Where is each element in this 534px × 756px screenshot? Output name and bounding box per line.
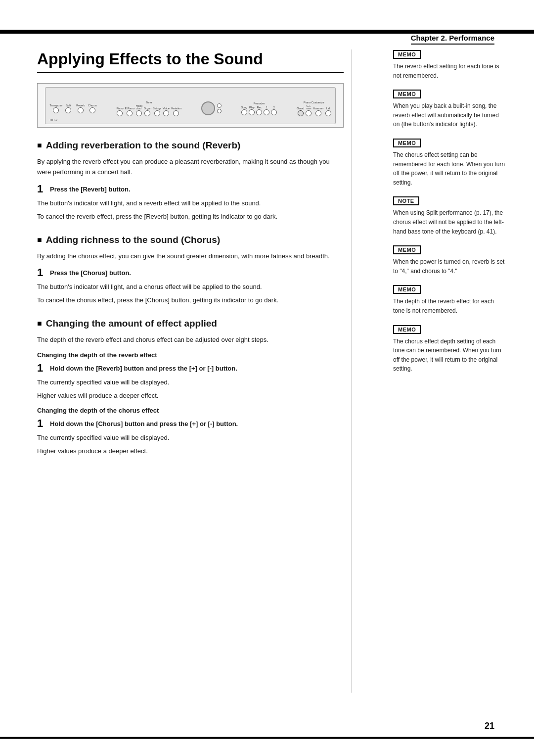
step-number: 1 xyxy=(37,418,46,429)
chapter-underline xyxy=(411,44,494,45)
memo-5: MEMO The depth of the reverb effect for … xyxy=(393,284,507,315)
reverb-desc-1: The button's indicator will light, and a… xyxy=(37,198,344,209)
note-1: NOTE When using Split performance (p. 17… xyxy=(393,196,507,236)
chorus-depth-step: 1 Hold down the [Chorus] button and pres… xyxy=(37,418,344,429)
reverb-section: Adding reverberation to the sound (Rever… xyxy=(37,140,344,222)
step-instruction: Press the [Chorus] button. xyxy=(50,267,131,278)
main-content: Applying Effects to the Sound Transpose … xyxy=(37,49,344,469)
memo-1: MEMO The reverb effect setting for each … xyxy=(393,49,507,80)
page-title: Applying Effects to the Sound xyxy=(37,49,344,73)
page-number: 21 xyxy=(485,721,494,731)
chorus-depth-subheading: Changing the depth of the chorus effect xyxy=(37,407,344,414)
memo-text-2: When you play back a built-in song, the … xyxy=(393,101,507,129)
reverb-intro: By applying the reverb effect you can pr… xyxy=(37,157,344,178)
column-divider xyxy=(351,49,352,693)
memo-badge-5: MEMO xyxy=(393,285,421,294)
step-number: 1 xyxy=(37,184,46,194)
memo-3: MEMO The chorus effect setting can be re… xyxy=(393,138,507,187)
chorus-depth-desc-2: Higher values produce a deeper effect. xyxy=(37,446,344,457)
step-instruction: Press the [Reverb] button. xyxy=(50,184,131,194)
memo-6: MEMO The chorus effect depth setting of … xyxy=(393,325,507,374)
chorus-intro: By adding the chorus effect, you can giv… xyxy=(37,251,344,262)
step-number: 1 xyxy=(37,363,46,374)
amount-heading: Changing the amount of effect applied xyxy=(37,318,344,329)
chorus-desc-1: The button's indicator will light, and a… xyxy=(37,282,344,292)
chorus-heading: Adding richness to the sound (Chorus) xyxy=(37,235,344,245)
memo-text-6: The chorus effect depth setting of each … xyxy=(393,337,507,374)
chapter-header: Chapter 2. Performance xyxy=(411,34,494,45)
chorus-desc-2: To cancel the chorus effect, press the [… xyxy=(37,295,344,306)
memo-text-4: When the power is turned on, reverb is s… xyxy=(393,257,507,276)
reverb-step-1: 1 Press the [Reverb] button. xyxy=(37,184,344,194)
chorus-section: Adding richness to the sound (Chorus) By… xyxy=(37,235,344,306)
memo-badge-1: MEMO xyxy=(393,50,421,59)
memo-badge-2: MEMO xyxy=(393,90,421,98)
chorus-depth-desc-1: The currently specified value will be di… xyxy=(37,433,344,443)
chapter-title: Chapter 2. Performance xyxy=(411,34,494,42)
memo-text-1: The reverb effect setting for each tone … xyxy=(393,62,507,80)
note-text-1: When using Split performance (p. 17), th… xyxy=(393,208,507,236)
reverb-depth-desc-2: Higher values will produce a deeper effe… xyxy=(37,391,344,401)
amount-section: Changing the amount of effect applied Th… xyxy=(37,318,344,457)
reverb-heading: Adding reverberation to the sound (Rever… xyxy=(37,140,344,151)
keyboard-controls: Transpose Split Reverb Chorus xyxy=(49,101,331,116)
keyboard-diagram: Transpose Split Reverb Chorus xyxy=(37,83,344,128)
memo-text-5: The depth of the reverb effect for each … xyxy=(393,297,507,315)
chorus-step-1: 1 Press the [Chorus] button. xyxy=(37,267,344,278)
page: Chapter 2. Performance Applying Effects … xyxy=(0,0,534,756)
note-badge-1: NOTE xyxy=(393,196,419,205)
amount-intro: The depth of the reverb effect and choru… xyxy=(37,335,344,345)
reverb-depth-desc-1: The currently specified value will be di… xyxy=(37,378,344,388)
memo-text-3: The chorus effect setting can be remembe… xyxy=(393,150,507,187)
memo-badge-4: MEMO xyxy=(393,245,421,254)
keyboard-inner: Transpose Split Reverb Chorus xyxy=(45,87,335,124)
memo-2: MEMO When you play back a built-in song,… xyxy=(393,89,507,129)
memo-badge-3: MEMO xyxy=(393,139,421,147)
right-sidebar: MEMO The reverb effect setting for each … xyxy=(393,49,507,382)
model-label: HP-7 xyxy=(49,118,331,122)
reverb-depth-step: 1 Hold down the [Reverb] button and pres… xyxy=(37,363,344,374)
step-instruction: Hold down the [Chorus] button and press … xyxy=(50,418,238,428)
top-decorative-bar xyxy=(0,30,534,34)
step-number: 1 xyxy=(37,267,46,278)
step-instruction: Hold down the [Reverb] button and press … xyxy=(50,363,237,373)
reverb-depth-subheading: Changing the depth of the reverb effect xyxy=(37,351,344,359)
memo-4: MEMO When the power is turned on, reverb… xyxy=(393,245,507,276)
bottom-decorative-bar xyxy=(0,737,534,739)
reverb-desc-2: To cancel the reverb effect, press the [… xyxy=(37,212,344,222)
memo-badge-6: MEMO xyxy=(393,325,421,334)
